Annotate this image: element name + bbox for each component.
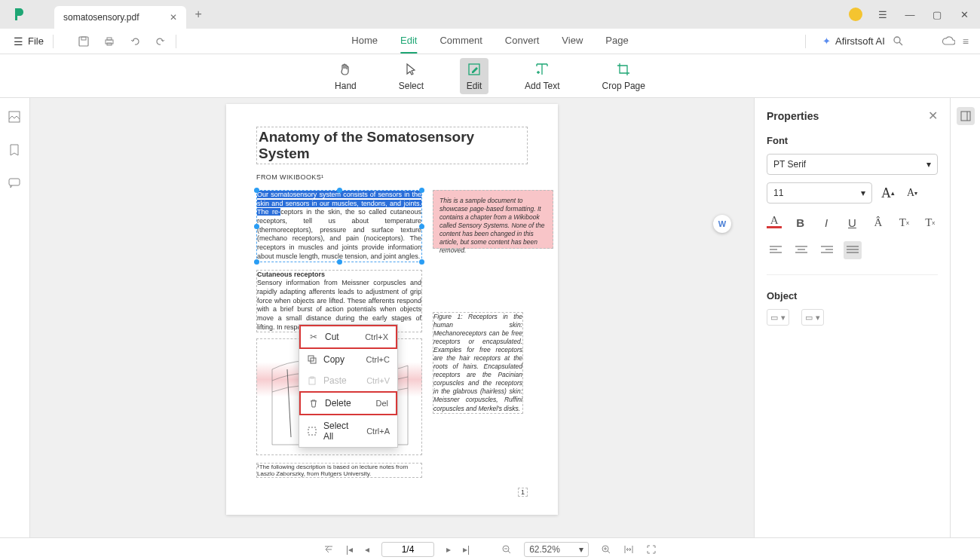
ai-label-text: Afirstsoft AI	[835, 35, 885, 47]
bookmark-icon[interactable]	[8, 143, 23, 158]
properties-close-icon[interactable]: ✕	[928, 109, 938, 123]
svg-rect-8	[9, 112, 20, 122]
object-distribute-button[interactable]: ▭ ▾	[801, 309, 824, 326]
maximize-icon[interactable]: ▢	[930, 8, 944, 21]
zoom-select[interactable]: 62.52% ▾	[524, 542, 589, 557]
save-icon[interactable]	[78, 35, 90, 47]
font-family-select[interactable]: PT Serif ▾	[767, 154, 938, 175]
svg-rect-18	[308, 427, 316, 435]
zoom-out-icon[interactable]	[501, 544, 512, 555]
tab-home[interactable]: Home	[351, 29, 378, 54]
tool-add-text-label: Add Text	[525, 81, 559, 91]
rest-text: ceptors in the skin, the so called cutan…	[257, 208, 421, 259]
footnote[interactable]: ¹The following description is based on l…	[256, 463, 422, 478]
cursor-icon	[403, 61, 419, 78]
print-icon[interactable]	[103, 35, 115, 47]
app-logo	[8, 2, 32, 26]
font-color-icon[interactable]: A	[767, 214, 782, 228]
panel-toggle-icon[interactable]	[957, 107, 975, 125]
sample-note-box[interactable]: This is a sample document to showcase pa…	[433, 190, 553, 249]
figure-caption[interactable]: Figure 1: Receptors in the human skin: M…	[433, 312, 523, 414]
ai-button[interactable]: ✦ Afirstsoft AI	[822, 35, 885, 47]
prev-page-icon[interactable]: ◂	[365, 544, 369, 555]
svg-line-36	[508, 551, 510, 553]
next-page-icon[interactable]: ▸	[446, 544, 451, 555]
align-justify-icon[interactable]	[844, 241, 862, 259]
more-icon[interactable]: ≡	[963, 35, 969, 47]
undo-icon[interactable]	[129, 35, 141, 47]
chevron-down-icon: ▾	[579, 544, 583, 555]
page-title[interactable]: Anatomy of the Somatosensory System	[256, 127, 528, 164]
tab-edit[interactable]: Edit	[400, 29, 417, 54]
minimize-icon[interactable]: —	[903, 8, 917, 21]
italic-icon[interactable]: I	[819, 214, 834, 231]
increase-font-icon[interactable]: A▴	[880, 185, 896, 201]
font-section-label: Font	[767, 135, 938, 146]
go-last-icon[interactable]: ▸|	[463, 544, 470, 555]
align-left-icon[interactable]	[767, 241, 785, 259]
close-window-icon[interactable]: ✕	[957, 8, 971, 21]
subscript-icon[interactable]: Tx	[923, 214, 938, 231]
cut-icon: ✂	[308, 332, 319, 342]
close-tab-icon[interactable]: ✕	[170, 12, 177, 23]
first-page-icon[interactable]	[323, 544, 334, 555]
ctx-paste: Paste Ctrl+V	[299, 370, 397, 391]
ctx-cut-label: Cut	[325, 332, 339, 342]
file-menu[interactable]: ☰ File	[14, 35, 44, 47]
tab-comment[interactable]: Comment	[439, 29, 482, 54]
svg-line-40	[608, 551, 610, 553]
align-right-icon[interactable]	[818, 241, 836, 259]
zoom-in-icon[interactable]	[601, 544, 611, 555]
fit-page-icon[interactable]	[646, 544, 657, 555]
svg-rect-0	[79, 37, 88, 46]
object-section-label: Object	[767, 290, 938, 301]
ctx-copy[interactable]: Copy Ctrl+C	[299, 349, 397, 370]
document-tab[interactable]: somatosensory.pdf ✕	[54, 6, 186, 29]
tool-select-label: Select	[399, 81, 424, 91]
title-bar: somatosensory.pdf ✕ + ☰ — ▢ ✕	[0, 0, 980, 29]
go-first-icon[interactable]: |◂	[346, 544, 353, 555]
comment-icon[interactable]	[8, 176, 23, 191]
tool-edit[interactable]: Edit	[460, 58, 488, 94]
underline-icon[interactable]: U	[844, 214, 859, 231]
tab-view[interactable]: View	[562, 29, 583, 54]
align-center-icon[interactable]	[792, 241, 810, 259]
object-align-button[interactable]: ▭ ▾	[767, 309, 789, 326]
ctx-selectall-label: Select All	[323, 421, 360, 442]
tab-page[interactable]: Page	[605, 29, 628, 54]
word-export-widget[interactable]: W	[713, 215, 731, 233]
font-size-select[interactable]: 11 ▾	[767, 182, 872, 203]
ctx-delete[interactable]: Delete Del	[299, 391, 397, 415]
sparkle-icon: ✦	[822, 35, 831, 47]
search-icon[interactable]	[893, 35, 904, 47]
user-avatar-icon[interactable]	[849, 8, 862, 21]
ctx-select-all[interactable]: Select All Ctrl+A	[299, 415, 397, 447]
cloud-icon[interactable]	[942, 36, 955, 47]
tool-hand-label: Hand	[335, 81, 357, 91]
tab-convert[interactable]: Convert	[505, 29, 540, 54]
add-text-icon	[534, 61, 550, 78]
fit-width-icon[interactable]	[623, 544, 634, 555]
tool-crop[interactable]: Crop Page	[596, 58, 651, 94]
cutaneous-block[interactable]: Cutaneous receptors Sensory information …	[256, 270, 422, 333]
tool-add-text[interactable]: Add Text	[519, 58, 565, 94]
svg-line-6	[899, 42, 902, 45]
bold-icon[interactable]: B	[792, 214, 807, 231]
thumbnails-icon[interactable]	[8, 110, 23, 125]
cutaneous-body: Sensory information from Meissner corpus…	[257, 279, 421, 330]
superscript-icon[interactable]: Tx	[896, 214, 911, 231]
hamburger-icon[interactable]: ☰	[876, 8, 890, 21]
redo-icon[interactable]	[155, 35, 167, 47]
selected-text-block[interactable]: Our somatosensory system consists of sen…	[256, 190, 422, 262]
text-case-icon[interactable]: Â	[871, 214, 886, 231]
ctx-cut[interactable]: ✂ Cut Ctrl+X	[299, 325, 397, 349]
tool-select[interactable]: Select	[393, 58, 430, 94]
tool-crop-label: Crop Page	[602, 81, 645, 91]
menu-bar: ☰ File Home Edit Comment Convert View Pa…	[0, 29, 980, 54]
canvas-area[interactable]: Anatomy of the Somatosensory System From…	[30, 98, 754, 537]
chevron-down-icon: ▾	[926, 159, 931, 170]
page-input[interactable]	[381, 542, 434, 557]
new-tab-button[interactable]: +	[195, 8, 202, 21]
decrease-font-icon[interactable]: A▾	[904, 185, 920, 201]
tool-hand[interactable]: Hand	[329, 58, 363, 94]
